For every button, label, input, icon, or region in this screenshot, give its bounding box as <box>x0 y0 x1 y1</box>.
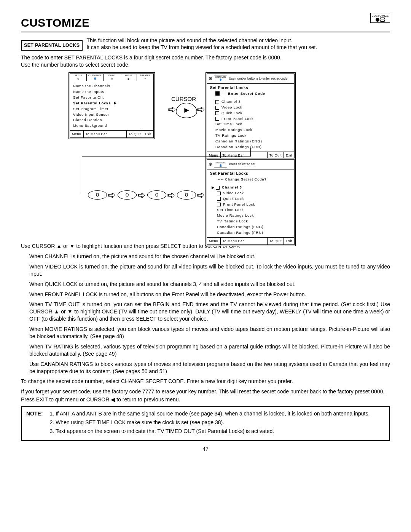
page-number: 47 <box>21 446 390 453</box>
note-box: NOTE: 1. If ANT A and ANT B are in the s… <box>21 406 390 441</box>
arrow-right-icon: ➪ <box>167 190 175 200</box>
arrow-right-icon: ➪ <box>168 104 176 114</box>
digit-0-button: 0 <box>118 190 137 200</box>
arrow-right-icon: ➪ <box>197 190 205 200</box>
note-label: NOTE: <box>26 410 43 436</box>
osd-change-code: ⊕ CUSTOMIZE👤 Press select to set Set Par… <box>206 158 296 246</box>
paragraph-tvrating: When TV RATING is selected, various type… <box>29 343 390 358</box>
osd-customize-menu: SETUP⊕ CUSTOMIZE👤 VIDEO▭ AUDIO◉ THEATER✦… <box>68 72 155 139</box>
note-item: 1. If ANT A and ANT B are in the same si… <box>50 410 370 417</box>
person-icon <box>376 18 379 22</box>
paragraph-front: When FRONT PANEL LOCK is turned on, all … <box>29 291 390 298</box>
note-item: 2. When using SET TIME LOCK make sure th… <box>50 419 370 426</box>
digit-0-button: 0 <box>147 190 166 200</box>
cursor-label: CURSOR <box>171 95 196 103</box>
arrow-right-icon: ➪ <box>108 190 116 200</box>
note-item: 3. Text appears on the screen to indicat… <box>50 428 370 435</box>
digit-0-button: 0 <box>88 190 107 200</box>
nav-arrows-icon: ⊕ <box>209 161 212 167</box>
digit-0-button: 0 <box>177 190 196 200</box>
paragraph-change-code: To change the secret code number, select… <box>21 378 390 385</box>
paragraph-canadian: Use CANADIAN RATINGS to block various ty… <box>29 361 390 375</box>
paragraph-video: When VIDEO LOCK is turned on, the pictur… <box>29 263 390 278</box>
diagram: SETUP⊕ CUSTOMIZE👤 VIDEO▭ AUDIO◉ THEATER✦… <box>21 72 390 238</box>
paragraph-code-info: The code to enter SET PARENTAL LOCKS is … <box>21 54 390 69</box>
page-title: CUSTOMIZE <box>21 15 390 32</box>
paragraph-movie: When MOVIE RATINGS is selected, you can … <box>29 326 390 340</box>
arrow-right-icon: ➪ <box>137 190 146 200</box>
nav-arrows-icon: ⊕ <box>209 75 212 81</box>
paragraph-time: When TV TIME OUT is turned on, you can s… <box>29 301 390 323</box>
paragraph-channel: When CHANNEL is turned on, the picture a… <box>29 253 390 260</box>
paragraph-exit: Press EXIT to quit menu or CURSOR ◀ to r… <box>21 396 390 403</box>
sliders-icon <box>380 18 385 22</box>
cursor-right-button <box>176 103 197 118</box>
paragraph-forget-code: If you forget your secret code, use the … <box>21 388 390 395</box>
arrow-right-icon: ➪ <box>197 104 205 114</box>
intro-text: This function will block out the picture… <box>86 37 390 51</box>
paragraph-quick: When QUICK LOCK is turned on, the pictur… <box>29 281 390 288</box>
customize-corner-icon: CUSTOMIZE <box>370 13 390 23</box>
osd-enter-code: ⊕ CUSTOMIZE👤 Use number buttons to enter… <box>206 72 296 160</box>
section-label: SET PARENTAL LOCKS <box>21 40 83 51</box>
